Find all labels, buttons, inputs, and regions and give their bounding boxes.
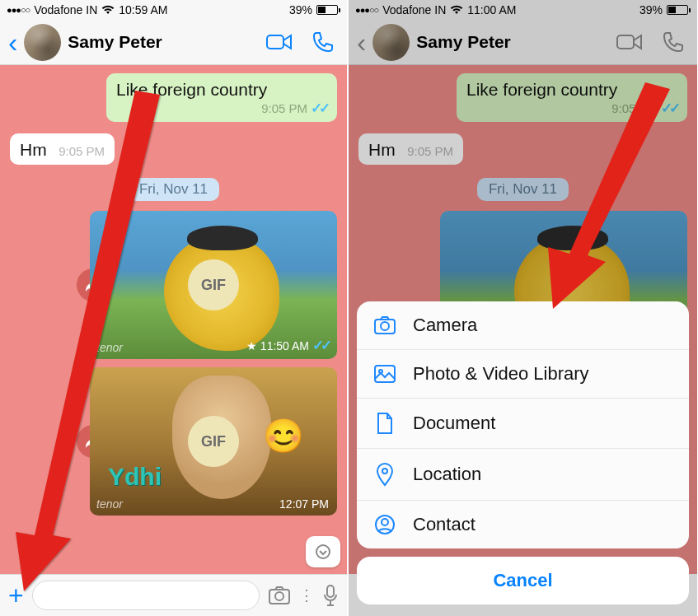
date-separator: Fri, Nov 11 xyxy=(128,178,219,201)
gif-overlay-text: Ydhi xyxy=(108,463,162,491)
svg-point-3 xyxy=(275,592,283,600)
message-time: 11:50 AM xyxy=(260,339,309,352)
svg-rect-4 xyxy=(327,586,334,597)
svg-point-11 xyxy=(382,469,387,474)
svg-rect-0 xyxy=(267,35,283,49)
microphone-icon[interactable] xyxy=(322,584,339,607)
back-chevron-icon[interactable]: ‹ xyxy=(8,28,17,56)
message-time: 9:05 PM xyxy=(59,144,105,158)
read-ticks-icon: ✓✓ xyxy=(312,337,329,354)
message-input[interactable] xyxy=(32,581,260,610)
video-call-icon[interactable] xyxy=(266,33,293,51)
sheet-label: Contact xyxy=(413,514,475,535)
phone-left: ●●●○○ Vodafone IN 10:59 AM 39% ‹ Samy Pe… xyxy=(0,0,349,616)
read-ticks-icon: ✓✓ xyxy=(311,100,327,117)
contact-name[interactable]: Samy Peter xyxy=(68,32,260,52)
chat-area: Like foreign country 9:05 PM✓✓ Hm 9:05 P… xyxy=(0,65,347,574)
camera-icon xyxy=(373,315,396,335)
camera-icon[interactable] xyxy=(268,586,291,605)
document-icon xyxy=(373,412,396,435)
message-incoming[interactable]: Hm 9:05 PM xyxy=(10,133,115,165)
gif-badge: GIF xyxy=(188,259,239,310)
wifi-icon xyxy=(101,5,115,15)
sheet-label: Photo & Video Library xyxy=(413,363,589,385)
status-bar: ●●●○○ Vodafone IN 10:59 AM 39% xyxy=(0,0,347,20)
sheet-option-contact[interactable]: Contact xyxy=(357,501,689,548)
message-text: Like foreign country xyxy=(116,80,327,100)
avatar[interactable] xyxy=(24,24,61,61)
contact-person-icon xyxy=(373,514,396,535)
message-time: 12:07 PM xyxy=(279,497,329,511)
message-text: Hm xyxy=(20,140,47,159)
svg-point-1 xyxy=(316,545,330,558)
cancel-label: Cancel xyxy=(493,570,552,590)
message-outgoing[interactable]: Like foreign country 9:05 PM✓✓ xyxy=(106,73,337,122)
more-dots-icon[interactable]: ⋮ xyxy=(299,593,314,598)
sheet-label: Location xyxy=(413,464,481,485)
message-time: 9:05 PM xyxy=(261,101,307,115)
gif-message[interactable]: GIF tenor ★11:50 AM✓✓ xyxy=(90,211,337,359)
gif-badge: GIF xyxy=(188,416,239,467)
signal-dots-icon: ●●●○○ xyxy=(7,5,30,15)
sheet-option-camera[interactable]: Camera xyxy=(357,301,689,350)
sheet-label: Document xyxy=(413,413,495,434)
sheet-option-location[interactable]: Location xyxy=(357,449,689,501)
gif-message[interactable]: GIF 😊 Ydhi tenor 12:07 PM xyxy=(90,367,337,516)
sheet-option-photo-library[interactable]: Photo & Video Library xyxy=(357,350,689,399)
sheet-label: Camera xyxy=(413,315,477,336)
smile-emoji-icon: 😊 xyxy=(263,417,304,455)
sheet-cancel-button[interactable]: Cancel xyxy=(357,557,689,604)
voice-call-icon[interactable] xyxy=(312,31,334,53)
battery-percent: 39% xyxy=(289,3,312,16)
svg-point-13 xyxy=(382,519,388,525)
sheet-option-document[interactable]: Document xyxy=(357,399,689,449)
phone-right: ●●●○○ Vodafone IN 11:00 AM 39% ‹ Samy Pe… xyxy=(349,0,697,616)
media-source: tenor xyxy=(96,341,123,354)
attachment-action-sheet: Camera Photo & Video Library Document Lo… xyxy=(357,301,689,604)
location-pin-icon xyxy=(373,462,396,487)
chat-header: ‹ Samy Peter xyxy=(0,20,347,65)
carrier-label: Vodafone IN xyxy=(34,3,97,16)
photo-library-icon xyxy=(373,364,396,384)
attach-plus-icon[interactable]: + xyxy=(8,581,24,611)
scroll-to-bottom-button[interactable] xyxy=(306,536,340,567)
star-icon: ★ xyxy=(246,339,257,352)
svg-point-8 xyxy=(381,322,389,330)
svg-rect-9 xyxy=(375,366,395,382)
media-source: tenor xyxy=(96,497,123,511)
input-bar: + ⋮ xyxy=(0,574,347,616)
battery-icon xyxy=(316,5,340,15)
status-time: 10:59 AM xyxy=(119,3,167,16)
